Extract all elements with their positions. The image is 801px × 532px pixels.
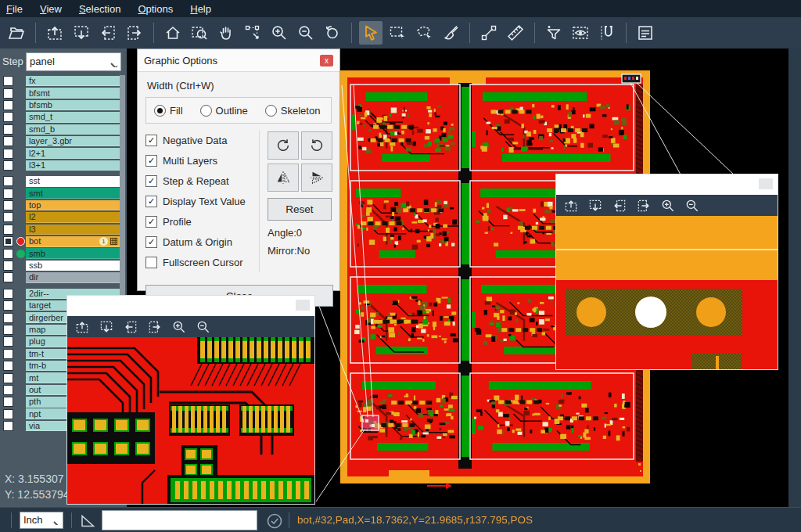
magnifier-window-right[interactable] (555, 174, 778, 370)
checkbox-box-icon[interactable] (145, 257, 157, 268)
layer-checkbox[interactable] (3, 336, 13, 347)
layer-name-bar[interactable]: top (26, 200, 120, 211)
toolbar-button-rect-select[interactable] (386, 21, 409, 45)
sidebar-item-l2[interactable]: l2 (0, 211, 127, 223)
sidebar-item-ssb[interactable]: ssb (0, 260, 127, 271)
layer-checkbox[interactable] (3, 409, 13, 419)
toolbar-button-ruler[interactable] (504, 21, 527, 45)
layer-checkbox[interactable] (3, 397, 13, 407)
sidebar-item-top[interactable]: top (0, 200, 127, 211)
checkbox-box-icon[interactable]: ✓ (145, 135, 157, 146)
toolbar-button-frame-right[interactable] (123, 21, 146, 45)
toolbar-button-clean-brush[interactable] (439, 21, 462, 45)
magnifier-button-zoom-in[interactable] (659, 197, 677, 214)
layer-checkbox[interactable] (3, 160, 13, 171)
layer-checkbox[interactable] (3, 261, 13, 271)
checkbox-box-icon[interactable]: ✓ (145, 216, 157, 228)
magnifier-button-frame-right[interactable] (146, 318, 163, 336)
layer-name-bar[interactable]: bfsmb (26, 100, 120, 111)
layer-checkbox[interactable] (3, 385, 13, 395)
menu-item-view[interactable]: View (40, 3, 62, 15)
layer-checkbox[interactable] (3, 88, 13, 99)
mirror-horizontal-button[interactable] (268, 164, 299, 192)
layer-checkbox[interactable] (3, 200, 13, 210)
layer-checkbox[interactable] (3, 225, 13, 235)
layer-checkbox[interactable] (3, 272, 13, 282)
toolbar-button-frame-down[interactable] (70, 21, 93, 45)
checkbox-box-icon[interactable]: ✓ (145, 196, 157, 207)
sidebar-item-smt[interactable]: smt (0, 188, 127, 200)
layer-checkbox[interactable] (3, 249, 13, 259)
toolbar-button-zoom-out[interactable] (294, 21, 318, 45)
layer-checkbox[interactable] (3, 313, 13, 323)
step-select[interactable]: panel (26, 52, 121, 71)
magnifier-button-zoom-out[interactable] (684, 197, 701, 214)
sidebar-item-l3+1[interactable]: l3+1 (0, 160, 127, 171)
toolbar-button-home[interactable] (161, 21, 185, 45)
checkbox-negative-data[interactable]: ✓Negative Data (145, 130, 259, 150)
layer-checkbox[interactable] (3, 100, 13, 110)
menu-item-selection[interactable]: Selection (79, 3, 120, 15)
layer-checkbox[interactable] (3, 289, 13, 299)
sidebar-item-bfsmt[interactable]: bfsmt (0, 87, 127, 99)
layer-checkbox[interactable] (3, 112, 13, 122)
magnifier-button-frame-down[interactable] (98, 318, 115, 336)
magnifier-button-frame-up[interactable] (562, 197, 580, 214)
layer-checkbox[interactable] (3, 176, 13, 186)
magnifier-button-frame-right[interactable] (635, 197, 652, 214)
radio-outline[interactable]: Outline (200, 105, 248, 117)
toolbar-button-pan-hand[interactable] (214, 21, 238, 45)
layer-name-bar[interactable]: ssb (26, 261, 120, 271)
checkbox-box-icon[interactable]: ✓ (145, 155, 157, 167)
sidebar-item-smb[interactable]: smb (0, 247, 127, 259)
magnifier-button-frame-up[interactable] (74, 318, 91, 336)
layer-name-bar[interactable]: l2+1 (26, 148, 120, 159)
command-input[interactable] (102, 510, 257, 530)
magnifier-button-frame-left[interactable] (122, 318, 139, 336)
reset-button[interactable]: Reset (268, 198, 332, 221)
checkbox-box-icon[interactable]: ✓ (145, 236, 157, 248)
layer-checkbox[interactable] (3, 325, 13, 335)
sidebar-item-fx[interactable]: fx (0, 75, 127, 87)
angle-corner-icon[interactable] (78, 512, 95, 529)
toolbar-button-select-cursor[interactable] (359, 21, 383, 45)
toolbar-button-zoom-in[interactable] (268, 21, 291, 45)
layer-name-bar[interactable]: smd_t (26, 112, 120, 123)
sidebar-item-layer_3.gbr[interactable]: layer_3.gbr (0, 135, 127, 147)
layer-checkbox[interactable] (3, 236, 13, 246)
magnifier-button-zoom-out[interactable] (195, 318, 212, 336)
layer-name-bar[interactable]: smt (26, 188, 120, 199)
toolbar-button-snap-magnet[interactable] (595, 21, 619, 45)
radio-skeleton[interactable]: Skeleton (265, 105, 321, 117)
window-button[interactable] (296, 300, 310, 311)
toolbar-button-frame-left[interactable] (96, 21, 120, 45)
layer-name-bar[interactable]: bot1 (26, 236, 120, 247)
magnifier-button-frame-down[interactable] (587, 197, 604, 214)
layer-name-bar[interactable]: layer_3.gbr (26, 136, 120, 147)
layer-checkbox[interactable] (3, 212, 13, 222)
layer-name-bar[interactable]: smd_b (26, 124, 120, 135)
rotate-ccw-button[interactable] (301, 131, 332, 160)
magnifier-title-bar[interactable] (556, 174, 778, 195)
layer-name-bar[interactable]: bfsmt (26, 88, 120, 99)
layer-name-bar[interactable]: fx (26, 76, 120, 87)
magnifier-content-canvas[interactable] (67, 337, 314, 504)
toolbar-button-view-box[interactable] (569, 21, 592, 45)
toolbar-button-open-folder[interactable] (5, 21, 28, 45)
rotate-cw-button[interactable] (268, 131, 299, 160)
layer-name-bar[interactable]: l2 (26, 212, 120, 223)
dialog-title-bar[interactable]: Graphic Options x (138, 49, 339, 72)
layer-name-bar[interactable]: sst (26, 176, 120, 187)
magnifier-title-bar[interactable] (67, 296, 314, 316)
layer-checkbox[interactable] (3, 136, 13, 146)
sidebar-item-l3[interactable]: l3 (0, 224, 127, 235)
checkbox-step-repeat[interactable]: ✓Step & Repeat (145, 171, 259, 191)
dialog-close-button[interactable]: x (320, 55, 333, 66)
checkbox-display-text-value[interactable]: ✓Display Text Value (145, 191, 259, 211)
layer-checkbox[interactable] (3, 349, 13, 359)
toolbar-button-filter[interactable] (542, 21, 566, 45)
toolbar-button-poly-select[interactable] (412, 21, 436, 45)
checkbox-fullscreen-cursor[interactable]: Fullscreen Cursor (145, 252, 259, 272)
layer-checkbox[interactable] (3, 300, 13, 311)
toolbar-button-move-vertex[interactable] (241, 21, 264, 45)
